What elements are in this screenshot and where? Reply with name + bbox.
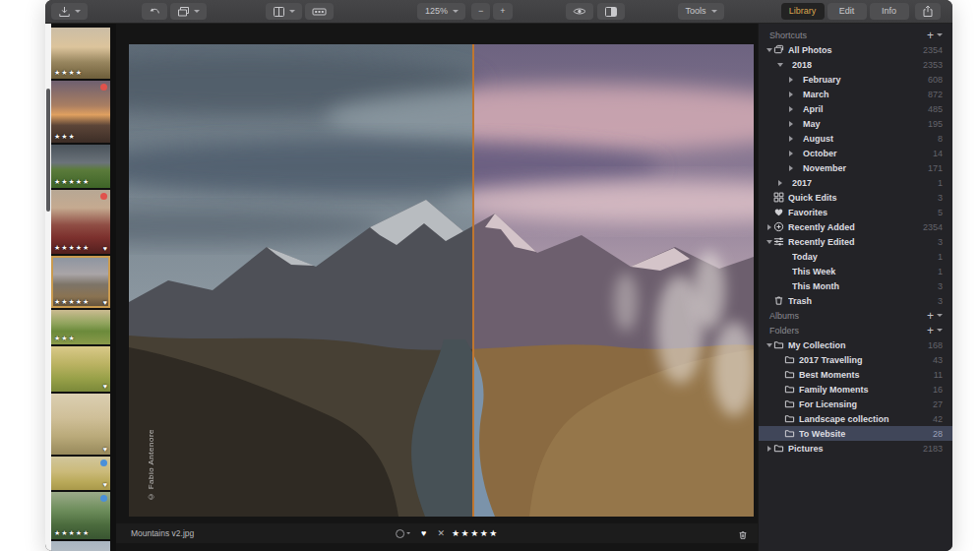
- sidebar-item-landscape-collection[interactable]: Landscape collection42: [759, 411, 952, 426]
- thumbnail-yellow-flowers[interactable]: ♥: [51, 457, 110, 490]
- item-count: 3: [938, 237, 943, 247]
- sidebar-item-november[interactable]: November171: [759, 160, 952, 175]
- sidebar-section-header-albums: Albums+: [759, 308, 952, 323]
- sidebar-item-2017-travelling[interactable]: 2017 Travelling43: [759, 352, 952, 367]
- item-label: Best Moments: [799, 370, 930, 380]
- disclosure-closed-icon[interactable]: [786, 136, 795, 142]
- sidebar-item-for-licensing[interactable]: For Licensing27: [759, 397, 952, 411]
- chevron-down-icon[interactable]: [937, 314, 943, 317]
- export-button[interactable]: [51, 3, 88, 20]
- layers-button[interactable]: [170, 3, 207, 20]
- thumbnail-poppy-field[interactable]: ★★★★★♥: [51, 190, 110, 254]
- disclosure-closed-icon[interactable]: [786, 151, 795, 156]
- disclosure-closed-icon[interactable]: [786, 92, 795, 97]
- item-label: Recently Edited: [788, 237, 934, 247]
- sidebar-item-2018[interactable]: 20182353: [759, 57, 952, 72]
- thumbnail-storm-field[interactable]: ★★★★★: [51, 145, 110, 188]
- folder-icon: [773, 339, 788, 350]
- sidebar-item-october[interactable]: October14: [759, 146, 952, 160]
- trash-icon[interactable]: [738, 527, 748, 545]
- sidebar-item-may[interactable]: May195: [759, 116, 952, 131]
- chevron-down-icon[interactable]: [937, 33, 943, 36]
- filmstrip-scrollbar-thumb[interactable]: [46, 89, 50, 212]
- zoom-level-value: 125%: [424, 7, 449, 16]
- thumbnail-sky-partial[interactable]: [51, 541, 110, 551]
- sidebar-item-trash[interactable]: Trash3: [759, 293, 952, 308]
- disclosure-open-icon[interactable]: [775, 63, 784, 67]
- item-count: 171: [928, 163, 943, 173]
- thumbnail-village-hills[interactable]: ★★★★★: [51, 492, 110, 539]
- item-label: Recently Added: [788, 222, 919, 232]
- sidebar-item-to-website[interactable]: To Website28: [759, 426, 952, 441]
- add-button[interactable]: +: [927, 310, 934, 322]
- item-count: 42: [933, 414, 943, 424]
- item-label: April: [803, 104, 924, 114]
- sidebar-item-august[interactable]: August8: [759, 131, 952, 146]
- sidebar-item-this-month[interactable]: This Month3: [759, 278, 952, 293]
- tab-info[interactable]: Info: [870, 3, 909, 20]
- thumbnail-golden-hills[interactable]: ♥: [51, 346, 110, 392]
- sidebar-item-march[interactable]: March872: [759, 87, 952, 101]
- plus-circle-icon: [773, 221, 788, 232]
- filmstrip-toggle-button[interactable]: [305, 3, 334, 20]
- thumbnail-cypress-sunset[interactable]: ★★★: [51, 81, 110, 143]
- share-button[interactable]: [915, 3, 941, 20]
- zoom-level-button[interactable]: 125%: [417, 3, 465, 20]
- thumbnail-foggy-trees[interactable]: ★★★★: [51, 28, 110, 79]
- item-count: 2354: [923, 45, 943, 55]
- sidebar-item-best-moments[interactable]: Best Moments11: [759, 367, 952, 382]
- disclosure-closed-icon[interactable]: [786, 121, 795, 127]
- disclosure-closed-icon[interactable]: [786, 106, 795, 112]
- tab-library[interactable]: Library: [781, 3, 825, 20]
- folder-icon: [784, 384, 799, 395]
- sidebar-item-my-collection[interactable]: My Collection168: [759, 337, 952, 352]
- tab-edit[interactable]: Edit: [827, 3, 867, 20]
- sidebar-item-february[interactable]: February608: [759, 72, 952, 87]
- add-button[interactable]: +: [927, 30, 934, 41]
- split-view-button[interactable]: [266, 3, 302, 20]
- chevron-down-icon[interactable]: [937, 329, 943, 332]
- disclosure-closed-icon[interactable]: [786, 165, 795, 171]
- item-count: 2354: [923, 222, 943, 232]
- disclosure-closed-icon[interactable]: [765, 224, 773, 230]
- sidebar-item-all-photos[interactable]: All Photos2354: [759, 42, 952, 57]
- item-count: 168: [928, 340, 943, 350]
- disclosure-closed-icon[interactable]: [765, 446, 773, 452]
- zoom-in-button[interactable]: +: [493, 3, 512, 20]
- color-label-icon[interactable]: [396, 529, 404, 538]
- sidebar-item-today[interactable]: Today1: [759, 249, 952, 264]
- favorite-icon: ♥: [103, 245, 107, 252]
- sidebar-item-family-moments[interactable]: Family Moments16: [759, 382, 952, 397]
- sidebar-item-quick-edits[interactable]: Quick Edits3: [759, 190, 952, 205]
- disclosure-open-icon[interactable]: [765, 240, 773, 244]
- sidebar-item-recently-added[interactable]: Recently Added2354: [759, 219, 952, 234]
- disclosure-open-icon[interactable]: [765, 48, 773, 52]
- disclosure-closed-icon[interactable]: [786, 77, 795, 83]
- add-button[interactable]: +: [927, 325, 934, 337]
- sidebar-item-this-week[interactable]: This Week1: [759, 264, 952, 278]
- zoom-out-button[interactable]: −: [471, 3, 490, 20]
- item-label: For Licensing: [799, 399, 929, 409]
- chevron-down-icon[interactable]: [406, 532, 410, 534]
- sidebar-item-2017[interactable]: 20171: [759, 175, 952, 190]
- export-icon: [58, 6, 71, 18]
- thumbnail-cypress-flowers[interactable]: ★★★: [51, 310, 110, 344]
- before-after-divider[interactable]: [472, 44, 474, 517]
- footer-star-rating[interactable]: ★★★★★: [452, 528, 499, 538]
- sidebar-item-april[interactable]: April485: [759, 101, 952, 116]
- disclosure-open-icon[interactable]: [765, 343, 773, 347]
- sidebar-item-recently-edited[interactable]: Recently Edited3: [759, 234, 952, 249]
- thumbnail-misty-hills[interactable]: ♥: [51, 394, 110, 455]
- thumbnail-mountain-valley[interactable]: ★★★★★♥: [51, 256, 110, 308]
- sidebar-item-pictures[interactable]: Pictures2183: [759, 441, 952, 456]
- preview-eye-button[interactable]: [566, 3, 593, 20]
- compare-button[interactable]: [597, 3, 625, 20]
- main-photo[interactable]: © Fabio Antenore: [129, 44, 754, 517]
- disclosure-closed-icon[interactable]: [775, 180, 784, 186]
- heart-icon: [773, 207, 788, 217]
- sidebar-item-favorites[interactable]: Favorites5: [759, 205, 952, 219]
- undo-button[interactable]: [142, 3, 167, 20]
- favorite-icon[interactable]: ♥: [421, 528, 426, 538]
- reject-icon[interactable]: ✕: [437, 528, 445, 538]
- tools-button[interactable]: Tools: [678, 3, 724, 20]
